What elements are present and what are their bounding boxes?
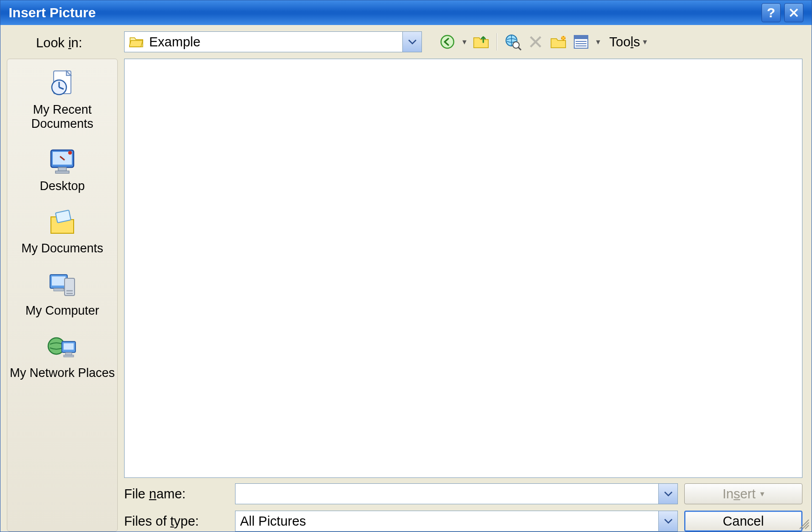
places-bar: My Recent Documents Desktop: [7, 59, 118, 532]
place-my-computer[interactable]: My Computer: [7, 266, 117, 321]
folder-up-icon: [472, 34, 490, 50]
tools-menu[interactable]: Tools ▾: [605, 33, 649, 51]
svg-rect-31: [66, 290, 73, 291]
delete-x-icon: [529, 35, 542, 49]
insert-button[interactable]: Insert ▾: [684, 483, 802, 504]
title-bar: Insert Picture ?: [0, 0, 812, 25]
main-area: My Recent Documents Desktop: [0, 54, 812, 532]
svg-rect-28: [52, 276, 65, 286]
back-icon: [439, 34, 456, 50]
desktop-icon: [46, 145, 78, 176]
filetype-combo[interactable]: All Pictures: [235, 511, 678, 532]
close-button[interactable]: [784, 3, 803, 22]
svg-point-25: [68, 151, 72, 155]
place-my-documents[interactable]: My Documents: [7, 204, 117, 258]
svg-rect-32: [66, 293, 73, 294]
chevron-down-icon: [408, 39, 416, 45]
filename-row: File name: Insert ▾: [124, 483, 802, 504]
views-icon: [573, 34, 589, 50]
my-computer-icon: [46, 269, 78, 301]
lookin-combo[interactable]: Example: [124, 31, 422, 52]
filetype-dropdown-button[interactable]: [658, 511, 677, 531]
svg-rect-37: [64, 355, 74, 357]
back-button[interactable]: [437, 32, 457, 52]
filetype-value: All Pictures: [240, 514, 658, 529]
place-label: My Network Places: [10, 366, 115, 380]
svg-rect-36: [65, 352, 72, 355]
svg-point-4: [513, 42, 519, 48]
filename-input[interactable]: [235, 483, 678, 504]
filename-dropdown-button[interactable]: [658, 484, 677, 504]
back-dropdown[interactable]: ▾: [460, 32, 468, 52]
chevron-down-icon: ▾: [643, 37, 647, 47]
place-my-recent-documents[interactable]: My Recent Documents: [7, 65, 117, 134]
svg-rect-24: [55, 171, 69, 173]
window-title: Insert Picture: [9, 5, 762, 20]
place-my-network-places[interactable]: My Network Places: [7, 329, 117, 383]
svg-rect-26: [55, 210, 71, 223]
lookin-value: Example: [149, 35, 402, 50]
network-places-icon: [46, 331, 78, 363]
place-label: Desktop: [40, 179, 85, 193]
place-label: My Documents: [21, 241, 103, 256]
help-icon: ?: [767, 5, 775, 20]
toolbar: ▾: [428, 32, 649, 52]
cancel-button[interactable]: Cancel: [684, 511, 802, 532]
lookin-label: Look in:: [0, 34, 118, 50]
my-documents-icon: [46, 207, 78, 239]
up-one-level-button[interactable]: [471, 32, 491, 52]
folder-open-icon: [129, 36, 144, 48]
place-desktop[interactable]: Desktop: [7, 142, 117, 196]
dialog-body: Look in: Example ▾: [0, 25, 812, 532]
filetype-label: Files of type:: [124, 514, 229, 529]
views-button[interactable]: [571, 32, 591, 52]
new-folder-icon: [550, 34, 567, 50]
toolbar-separator: [496, 33, 497, 50]
close-icon: [789, 8, 799, 18]
titlebar-buttons: ?: [762, 3, 803, 22]
views-dropdown[interactable]: ▾: [594, 32, 602, 52]
svg-rect-29: [54, 288, 64, 291]
recent-documents-icon: [46, 68, 78, 100]
help-button[interactable]: ?: [762, 3, 781, 22]
resize-grip-icon: [797, 517, 810, 530]
delete-button[interactable]: [526, 32, 546, 52]
place-label: My Recent Documents: [9, 103, 115, 131]
file-list-pane[interactable]: [124, 59, 802, 478]
chevron-down-icon: [664, 518, 672, 524]
new-folder-button[interactable]: [548, 32, 568, 52]
search-web-button[interactable]: [503, 32, 523, 52]
chevron-down-icon: [664, 491, 672, 497]
chevron-down-icon: ▾: [760, 489, 764, 499]
insert-picture-dialog: Insert Picture ? Look in:: [0, 0, 812, 532]
lookin-dropdown-button[interactable]: [402, 32, 421, 52]
resize-grip[interactable]: [797, 517, 810, 530]
filetype-row: Files of type: All Pictures Cancel: [124, 511, 802, 532]
filename-label: File name:: [124, 487, 229, 502]
svg-rect-35: [64, 343, 74, 350]
svg-point-2: [441, 35, 454, 48]
svg-rect-23: [58, 167, 66, 171]
place-label: My Computer: [25, 304, 99, 318]
svg-line-5: [518, 47, 521, 50]
svg-rect-13: [574, 35, 588, 39]
lookin-row: Look in: Example ▾: [0, 25, 812, 54]
globe-search-icon: [504, 33, 521, 50]
bottom-panel: File name: Insert ▾: [124, 483, 802, 532]
